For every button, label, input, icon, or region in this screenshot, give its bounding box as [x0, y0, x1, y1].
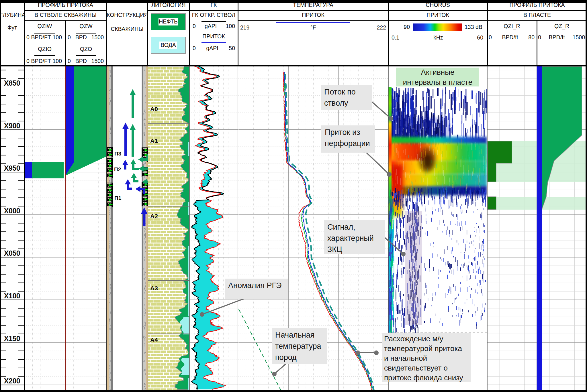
svg-text:температурой притока: температурой притока: [384, 344, 462, 353]
svg-text:Сигнал,: Сигнал,: [327, 223, 355, 231]
svg-text:X900: X900: [4, 122, 20, 130]
svg-text:П1: П1: [114, 195, 122, 201]
svg-text:Расхождение м/у: Расхождение м/у: [384, 334, 443, 343]
svg-text:интервалы в пласте: интервалы в пласте: [403, 78, 472, 86]
svg-text:A2: A2: [150, 213, 158, 219]
svg-text:Активные: Активные: [421, 68, 455, 76]
svg-text:A3: A3: [150, 285, 158, 291]
svg-text:A4: A4: [150, 336, 158, 343]
svg-text:X100: X100: [4, 292, 20, 300]
svg-text:X150: X150: [4, 334, 20, 342]
svg-text:притоке флюида снизу: притоке флюида снизу: [384, 373, 463, 382]
svg-text:Поток по: Поток по: [324, 88, 356, 96]
svg-text:ЗКЦ: ЗКЦ: [327, 245, 342, 254]
svg-text:пород: пород: [275, 353, 297, 362]
svg-text:свидетельствует о: свидетельствует о: [384, 364, 448, 372]
svg-text:П3: П3: [114, 151, 121, 157]
svg-text:температура: температура: [275, 342, 322, 350]
svg-text:X050: X050: [4, 249, 20, 257]
svg-text:X950: X950: [4, 164, 20, 172]
svg-text:A0: A0: [150, 106, 158, 112]
svg-text:X850: X850: [4, 79, 20, 87]
svg-text:X200: X200: [4, 377, 20, 385]
svg-text:X000: X000: [4, 207, 20, 215]
svg-text:перфорации: перфорации: [325, 139, 370, 148]
svg-text:Аномалия РГЭ: Аномалия РГЭ: [228, 281, 282, 290]
svg-text:A1: A1: [150, 137, 158, 144]
svg-text:Начальная: Начальная: [275, 331, 314, 339]
svg-text:характерный: характерный: [327, 234, 374, 243]
svg-text:Приток из: Приток из: [325, 128, 360, 137]
svg-text:и начальной: и начальной: [384, 354, 427, 363]
svg-text:стволу: стволу: [324, 99, 348, 107]
svg-text:П2: П2: [114, 166, 121, 172]
